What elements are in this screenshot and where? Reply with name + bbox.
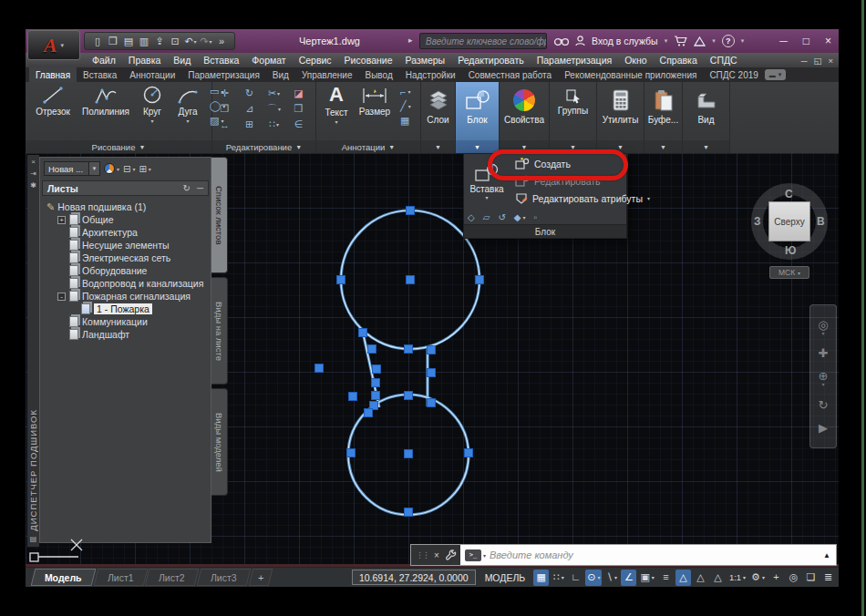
steering-wheel-icon[interactable]: ◎▾ (818, 319, 828, 336)
line-tool[interactable]: Отрезок (29, 85, 77, 128)
table-icon[interactable]: ▦ (400, 114, 411, 128)
minimize-button[interactable]: ─ (779, 35, 788, 47)
redo-icon[interactable]: ↷▾ (200, 36, 212, 47)
tree-item[interactable]: Несущие элементы (42, 239, 209, 252)
customize-icon[interactable]: ≣ (820, 570, 836, 586)
viewcube-north[interactable]: С (785, 188, 793, 200)
isolate-objects-icon[interactable]: ◎ (786, 570, 801, 586)
tree-item[interactable]: Коммуникации (42, 315, 209, 328)
array-icon[interactable]: ∷▾ (269, 118, 279, 130)
attach-tag-icon[interactable]: ◇ (468, 212, 475, 222)
tree-item[interactable]: Оборудование (42, 264, 209, 277)
offset-icon[interactable]: ∈ (294, 118, 304, 130)
grip-handle[interactable] (373, 365, 381, 374)
menu-item-insert[interactable]: Вставка (197, 55, 245, 66)
ribbon-tab-view[interactable]: Вид (266, 67, 295, 82)
palette-close-icon[interactable]: × (31, 158, 36, 169)
sheet-organize-button[interactable]: ⊞▾ (139, 164, 150, 174)
command-line-handle[interactable]: ⋮⋮ × (411, 545, 460, 565)
grip-handle[interactable] (407, 207, 415, 215)
ortho-icon[interactable]: ∟ (568, 570, 583, 586)
stretch-icon[interactable]: ↔ (220, 119, 230, 130)
command-input[interactable] (490, 549, 823, 560)
menu-item-draw[interactable]: Рисование (338, 55, 399, 66)
expand-icon[interactable]: + (57, 216, 66, 224)
grip-handle[interactable] (365, 409, 373, 417)
grip-handle[interactable] (428, 399, 436, 407)
sign-in-label[interactable]: Вход в службы (592, 36, 658, 46)
doc-restore-button[interactable]: ◱ (813, 56, 821, 66)
edit-block-item[interactable]: Редактировать (511, 172, 626, 190)
ribbon-tab-output[interactable]: Вывод (359, 67, 399, 82)
undo-icon[interactable]: ↶▾ (184, 36, 197, 47)
grip-handle[interactable] (428, 346, 436, 354)
panel-properties-expand[interactable]: ▼ (500, 140, 549, 153)
grip-handle[interactable] (372, 379, 380, 387)
menu-item-modify[interactable]: Редактировать (451, 55, 531, 66)
lineweight-icon[interactable]: ≡ (658, 570, 674, 586)
autodesk-360-icon[interactable] (694, 36, 706, 46)
panel-modify-footer[interactable]: Редактирование▼ (212, 140, 315, 153)
ribbon-tab-spds-2019[interactable]: СПДС 2019 (703, 67, 764, 82)
mleader-icon[interactable]: ╱▾ (400, 99, 411, 113)
grip-handle[interactable] (315, 364, 324, 373)
pan-icon[interactable]: ✚ (819, 347, 829, 359)
show-motion-icon[interactable]: ▶ (819, 422, 828, 434)
close-button[interactable]: × (825, 35, 831, 47)
ribbon-tab-annotate[interactable]: Аннотации (123, 67, 181, 82)
tree-item[interactable]: ✎Новая подшивка (1) (42, 200, 209, 213)
new-layout-button[interactable]: + (248, 569, 273, 586)
grip-handle[interactable] (465, 449, 473, 457)
palette-tab-model-views[interactable]: Виды моделей (211, 388, 228, 496)
menu-item-edit[interactable]: Правка (122, 55, 167, 66)
menu-item-spds[interactable]: СПДС (704, 55, 744, 66)
layout-tab-layout3[interactable]: Лист3 (197, 569, 251, 586)
collapse-icon[interactable]: ─ (197, 183, 203, 193)
mirror-icon[interactable]: ⊿ (245, 103, 253, 115)
chevron-down-icon[interactable]: ▾ (665, 37, 668, 45)
text-tool[interactable]: А Текст ▾ (320, 85, 353, 128)
grip-handle[interactable] (407, 276, 415, 284)
menu-item-format[interactable]: Формат (245, 55, 292, 66)
isodraft-icon[interactable]: ∖▾ (603, 570, 619, 586)
polar-icon[interactable]: ⊙▾ (585, 570, 602, 586)
collapse-icon[interactable]: - (57, 293, 66, 301)
osnap-icon[interactable]: ▣▾ (638, 570, 655, 586)
dimension-tool[interactable]: Размер (355, 85, 395, 128)
menu-item-window[interactable]: Окно (618, 55, 653, 66)
ribbon-tab-insert[interactable]: Вставка (77, 67, 123, 82)
panel-clipboard[interactable]: Буфе... ▼ (644, 82, 683, 153)
layout-tab-layout2[interactable]: Лист2 (145, 569, 199, 586)
trim-icon[interactable]: ✂▾ (268, 87, 280, 99)
annotation-scale-icon[interactable]: △ (710, 570, 726, 586)
grip-handle[interactable] (405, 450, 413, 458)
menu-item-service[interactable]: Сервис (293, 55, 338, 66)
ribbon-tab-collaborate[interactable]: Совместная работа (462, 67, 559, 82)
customize-wrench-icon[interactable] (445, 549, 457, 561)
erase-icon[interactable]: ◪ (294, 87, 303, 99)
transmit-icon[interactable]: ⇪ (153, 36, 166, 47)
attr-display-icon[interactable]: ◆▾ (514, 212, 526, 222)
panel-annotation-footer[interactable]: Аннотации▼ (316, 140, 420, 153)
copy-icon[interactable]: ❐ (221, 103, 230, 115)
tree-item[interactable]: +Общие (42, 213, 209, 226)
layout-tab-model[interactable]: Модель (31, 569, 96, 586)
arc-tool[interactable]: Дуга ▾ (171, 85, 204, 128)
grip-handle[interactable] (428, 369, 436, 377)
tree-item[interactable]: -Пожарная сигнализация (42, 290, 209, 303)
refresh-icon[interactable]: ↻ (183, 183, 191, 193)
wcs-button[interactable]: МСК▾ (769, 266, 809, 279)
insert-block-button[interactable]: Вставка ▾ (464, 156, 510, 207)
grip-handle[interactable] (372, 392, 380, 400)
viewcube-west[interactable]: З (754, 215, 761, 228)
palette-autohide-icon[interactable]: ⇥ (30, 169, 36, 181)
move-icon[interactable]: ✛ (221, 87, 229, 99)
snap-icon[interactable]: ∷▾ (551, 570, 566, 586)
model-space-button[interactable]: МОДЕЛЬ (480, 572, 531, 583)
palette-tab-sheet-list[interactable]: Список листов (211, 157, 228, 273)
tree-item[interactable]: 1 - Пожарка (42, 303, 209, 315)
tree-item[interactable]: Водопровод и канализация (42, 277, 209, 290)
grip-handle[interactable] (405, 345, 413, 354)
scale-icon[interactable]: ⊞ (245, 118, 253, 130)
grip-handle[interactable] (368, 345, 376, 354)
